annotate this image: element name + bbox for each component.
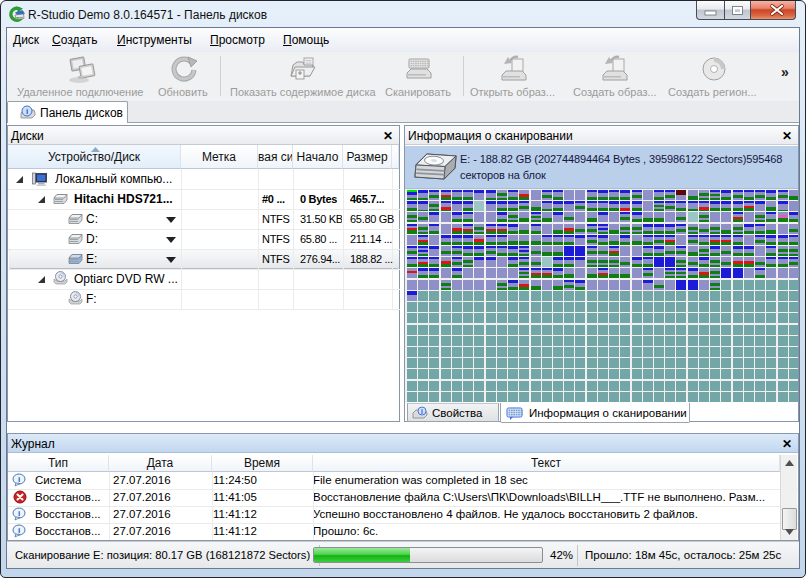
- svg-text:i: i: [18, 509, 20, 518]
- svg-text:i: i: [18, 475, 20, 484]
- svg-text:i: i: [26, 107, 28, 116]
- svg-text:i: i: [421, 408, 423, 415]
- svg-text:i: i: [18, 526, 20, 535]
